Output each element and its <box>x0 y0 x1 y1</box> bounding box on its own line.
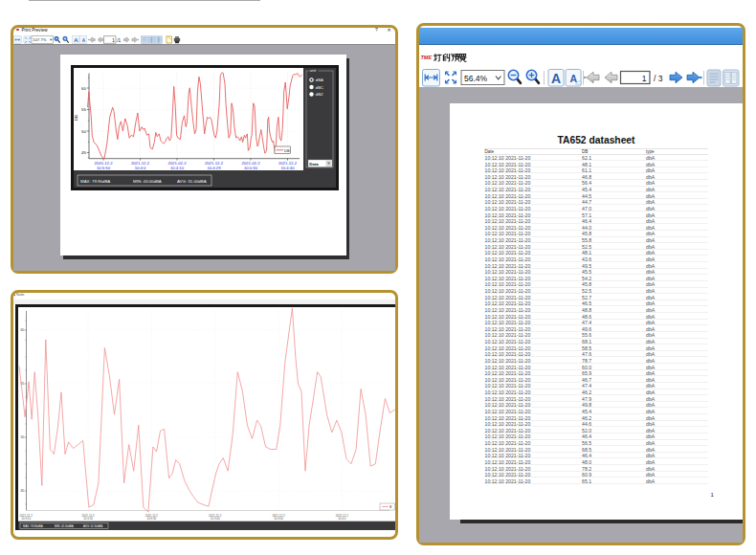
svg-text:dBC: dBC <box>316 85 323 90</box>
svg-text:10:3:10: 10:3:10 <box>21 517 31 521</box>
svg-text:60: 60 <box>81 86 86 91</box>
svg-text:MAX: 78.80dBA: MAX: 78.80dBA <box>23 524 43 528</box>
svg-text:60: 60 <box>20 328 24 332</box>
svg-text:B: B <box>389 505 391 509</box>
svg-text:56.4%: 56.4% <box>464 74 488 83</box>
svg-text:10:4:40: 10:4:40 <box>281 166 296 170</box>
svg-text:A: A <box>74 36 78 42</box>
svg-text:1: 1 <box>642 74 647 83</box>
svg-text:MIN: 43.00dBA: MIN: 43.00dBA <box>133 179 162 184</box>
svg-text:DB: DB <box>284 148 290 153</box>
svg-text:45: 45 <box>81 150 86 155</box>
svg-text:50: 50 <box>81 129 86 134</box>
svg-text:Data: Data <box>309 162 319 166</box>
svg-text:AVG: 52.30dBA: AVG: 52.30dBA <box>83 524 102 528</box>
svg-text:55: 55 <box>81 107 86 112</box>
svg-text:10:4:0: 10:4:0 <box>135 166 146 170</box>
svg-text:10:3:20: 10:3:20 <box>83 517 93 521</box>
svg-text:10:3:50: 10:3:50 <box>274 517 283 521</box>
svg-text:/ 3: / 3 <box>654 74 663 83</box>
svg-text:1: 1 <box>112 37 115 42</box>
svg-text:10:4:0: 10:4:0 <box>338 517 345 521</box>
svg-text:MAX: 79.90dBA: MAX: 79.90dBA <box>80 179 110 184</box>
svg-text:10:4:10: 10:4:10 <box>170 166 185 170</box>
svg-text:10:4:29: 10:4:29 <box>208 166 222 170</box>
svg-text:10:0:30: 10:0:30 <box>244 166 258 170</box>
svg-text:10:5:50: 10:5:50 <box>97 166 111 170</box>
svg-text:MIN: 42.00dBA: MIN: 42.00dBA <box>55 524 74 528</box>
svg-text:10:3:30: 10:3:30 <box>147 517 157 521</box>
svg-text:/1: /1 <box>117 37 121 42</box>
svg-text:A: A <box>570 73 578 84</box>
svg-text:AVG: 51.00dBA: AVG: 51.00dBA <box>177 179 207 184</box>
svg-text:dBZ: dBZ <box>316 92 323 97</box>
svg-text:dBA: dBA <box>316 78 323 82</box>
svg-text:A: A <box>551 71 561 86</box>
svg-text:DB: DB <box>74 115 78 121</box>
svg-text:45: 45 <box>20 489 24 493</box>
svg-text:50: 50 <box>20 435 24 439</box>
svg-text:unit: unit <box>310 68 318 73</box>
svg-text:107.7%: 107.7% <box>33 37 46 42</box>
svg-text:10:3:40: 10:3:40 <box>211 517 220 521</box>
